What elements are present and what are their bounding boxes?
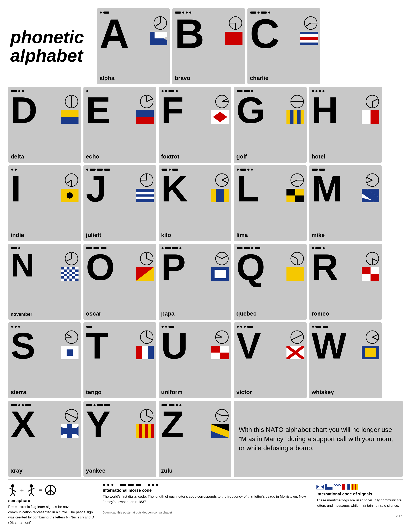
word-bravo: bravo bbox=[175, 75, 243, 81]
svg-line-154 bbox=[72, 416, 77, 418]
svg-line-181 bbox=[13, 490, 16, 492]
svg-line-62 bbox=[222, 177, 228, 180]
svg-rect-42 bbox=[293, 110, 297, 124]
svg-line-142 bbox=[291, 337, 297, 340]
svg-line-187 bbox=[28, 490, 31, 491]
svg-rect-119 bbox=[362, 267, 371, 274]
svg-rect-213 bbox=[355, 484, 356, 490]
svg-rect-170 bbox=[145, 424, 148, 438]
svg-line-16 bbox=[306, 23, 311, 26]
svg-rect-199 bbox=[327, 484, 333, 487]
card-victor: V victor bbox=[234, 322, 307, 398]
svg-rect-7 bbox=[155, 38, 167, 45]
word-charlie: charlie bbox=[250, 75, 318, 81]
svg-rect-164 bbox=[61, 428, 78, 434]
page: phonetic alphabet A bbox=[8, 8, 403, 532]
svg-rect-41 bbox=[290, 110, 293, 124]
svg-rect-140 bbox=[220, 352, 229, 359]
svg-rect-49 bbox=[371, 110, 379, 124]
svg-rect-111 bbox=[215, 270, 226, 278]
svg-rect-5 bbox=[149, 32, 155, 45]
semaphore-title: semaphore bbox=[8, 498, 94, 503]
svg-line-51 bbox=[66, 180, 72, 183]
svg-rect-200 bbox=[327, 487, 333, 490]
svg-rect-85 bbox=[66, 267, 69, 269]
svg-line-28 bbox=[147, 99, 153, 102]
svg-rect-21 bbox=[300, 43, 318, 45]
svg-rect-120 bbox=[371, 274, 379, 281]
card-zulu: Z zulu bbox=[159, 401, 231, 477]
svg-line-193 bbox=[51, 490, 55, 494]
svg-line-117 bbox=[372, 259, 378, 261]
signals-section: international code of signals These mari… bbox=[317, 484, 403, 532]
svg-rect-65 bbox=[216, 189, 224, 202]
svg-line-125 bbox=[66, 334, 72, 337]
svg-rect-17 bbox=[300, 32, 318, 34]
svg-rect-89 bbox=[75, 269, 78, 272]
svg-rect-25 bbox=[61, 110, 78, 117]
svg-rect-70 bbox=[295, 189, 304, 196]
svg-rect-206 bbox=[337, 485, 339, 486]
svg-rect-100 bbox=[69, 278, 72, 281]
svg-line-182 bbox=[10, 493, 13, 496]
svg-line-2 bbox=[155, 23, 160, 26]
svg-rect-122 bbox=[362, 274, 371, 281]
card-sierra: S sierra bbox=[8, 322, 81, 398]
card-xray: X bbox=[8, 401, 81, 477]
svg-rect-98 bbox=[72, 276, 75, 278]
card-oscar: O oscar bbox=[84, 244, 156, 320]
svg-line-75 bbox=[366, 180, 372, 183]
word-alpha: alpha bbox=[99, 75, 167, 81]
svg-line-148 bbox=[372, 334, 378, 337]
svg-line-186 bbox=[31, 488, 35, 490]
card-echo: E echo bbox=[84, 87, 156, 163]
svg-rect-139 bbox=[211, 352, 220, 359]
svg-line-173 bbox=[216, 413, 222, 416]
svg-line-167 bbox=[147, 416, 153, 418]
card-tango: T tango bbox=[84, 322, 156, 398]
svg-rect-171 bbox=[151, 424, 154, 438]
page-title: phonetic alphabet bbox=[10, 28, 93, 65]
svg-rect-101 bbox=[75, 278, 78, 281]
svg-rect-202 bbox=[334, 484, 335, 485]
signals-title: international code of signals bbox=[317, 492, 403, 496]
nato-info-text: With this NATO alphabet chart you will n… bbox=[239, 425, 398, 453]
svg-line-153 bbox=[65, 413, 72, 416]
svg-line-63 bbox=[222, 180, 228, 183]
svg-rect-91 bbox=[66, 272, 69, 274]
svg-line-74 bbox=[366, 177, 372, 180]
semaphore-section: + = semaphore bbox=[8, 484, 94, 532]
card-papa: P papa bbox=[159, 244, 231, 320]
svg-rect-72 bbox=[295, 196, 304, 202]
svg-line-46 bbox=[372, 99, 378, 102]
svg-point-54 bbox=[66, 192, 73, 199]
card-uniform: U uniform bbox=[159, 322, 231, 398]
semaphore-desc: Pre-electronic flag letter signals for n… bbox=[8, 504, 94, 525]
card-bravo: B bravo bbox=[172, 8, 245, 84]
svg-rect-96 bbox=[61, 276, 64, 278]
svg-rect-19 bbox=[300, 37, 318, 40]
svg-line-82 bbox=[65, 259, 72, 261]
svg-line-104 bbox=[147, 259, 153, 261]
page-title-block: phonetic alphabet bbox=[8, 8, 94, 84]
svg-rect-84 bbox=[61, 267, 64, 269]
svg-line-149 bbox=[372, 337, 378, 340]
svg-line-113 bbox=[291, 256, 297, 259]
svg-rect-31 bbox=[136, 117, 154, 124]
card-kilo: K kilo bbox=[159, 165, 231, 241]
card-india: I india bbox=[8, 165, 81, 241]
svg-line-192 bbox=[46, 490, 51, 494]
svg-rect-86 bbox=[72, 267, 75, 269]
svg-rect-99 bbox=[64, 278, 66, 281]
svg-rect-40 bbox=[287, 110, 290, 124]
svg-rect-132 bbox=[142, 346, 148, 359]
svg-rect-97 bbox=[66, 276, 69, 278]
svg-rect-210 bbox=[347, 484, 350, 490]
card-november: N bbox=[8, 244, 81, 320]
svg-line-34 bbox=[222, 99, 228, 102]
svg-rect-209 bbox=[345, 484, 347, 490]
info-text-box: With this NATO alphabet chart you will n… bbox=[234, 401, 403, 477]
svg-rect-207 bbox=[340, 485, 341, 486]
svg-line-135 bbox=[216, 334, 222, 337]
card-quebec: Q quebec bbox=[234, 244, 307, 320]
